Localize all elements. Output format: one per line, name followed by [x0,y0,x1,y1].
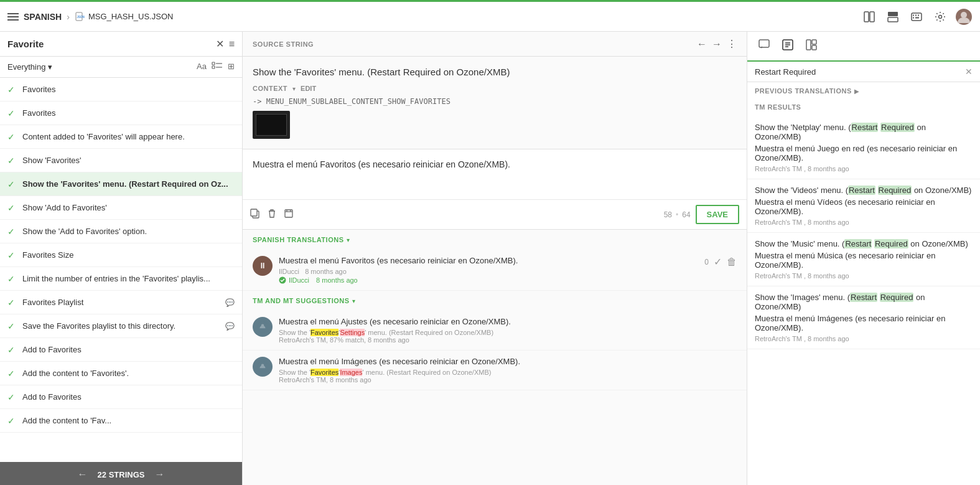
accept-translation-icon[interactable]: ✓ [714,256,722,268]
svg-rect-5 [888,17,898,22]
tm-entry-1: Muestra el menú Ajustes (es necesario re… [243,311,747,351]
tm-results-header: TM RESULTS [747,100,980,116]
list-item[interactable]: ✓ Save the Favorites playlist to this di… [0,314,242,338]
case-sensitive-icon[interactable]: Aa [197,62,207,72]
tm-result-item[interactable]: Show the 'Videos' menu. (Restart Require… [747,179,980,233]
tm-result-item[interactable]: Show the 'Music' menu. (Restart Required… [747,233,980,286]
svg-rect-29 [759,40,769,47]
right-panel-tabs [747,32,980,62]
prev-source-icon[interactable]: ← [697,39,707,50]
breadcrumb-arrow: › [67,12,70,22]
middle-scroll-area: Muestra el menú Favoritos (es necesario … [243,149,747,485]
context-label: CONTEXT [253,85,287,92]
spanish-translations-header[interactable]: SPANISH TRANSLATIONS ▾ [243,230,747,250]
check-icon: ✓ [7,85,17,95]
context-toggle-arrow[interactable]: ▾ [292,85,296,92]
svg-rect-17 [212,62,215,65]
tm-result-item[interactable]: Show the 'Images' menu. (Restart Require… [747,286,980,349]
list-item[interactable]: ✓ Limit the number of entries in the 'Fa… [0,267,242,291]
svg-rect-35 [812,40,816,44]
list-item[interactable]: ✓ Favorites Size [0,243,242,267]
list-item[interactable]: ✓ Favorites [0,78,242,101]
comment-icon: 💬 [225,298,235,307]
keyboard-icon[interactable] [908,8,925,26]
delete-translation-icon[interactable]: 🗑 [727,257,737,268]
search-dropdown[interactable]: Everything ▾ [7,62,52,72]
tm-result-item[interactable]: Show the 'Netplay' menu. (Restart Requir… [747,116,980,179]
tm-result-source-text: Show the 'Netplay' menu. (Restart Requir… [755,123,973,141]
svg-rect-22 [251,209,257,216]
close-panel-icon[interactable]: ✕ [216,38,224,50]
right-scroll-area: PREVIOUS TRANSLATIONS ▶ TM RESULTS Show … [747,82,980,485]
svg-point-14 [939,15,942,18]
tm-result-meta: RetroArch's TM , 8 months ago [755,219,973,226]
tm-meta-2: RetroArch's TM, 8 months ago [279,376,737,384]
list-item[interactable]: ✓ Add the content to 'Fav... [0,409,242,433]
translation-actions: 58 • 64 SAVE [243,199,747,229]
vote-count: 0 [704,258,709,266]
context-value: -> MENU_ENUM_SUBLABEL_CONTENT_SHOW_FAVOR… [253,97,737,106]
tab-history[interactable] [800,32,823,62]
layout2-icon[interactable] [884,8,902,26]
user-avatar[interactable] [955,8,973,26]
list-item[interactable]: ✓ Favorites Playlist 💬 [0,291,242,314]
menu-icon[interactable] [7,13,19,21]
tm-result-target-text: Muestra el menú Imágenes (es necesario r… [755,314,973,332]
list-item[interactable]: ✓ Add to Favorites [0,338,242,362]
project-title: SPANISH [24,12,62,22]
layout1-icon[interactable] [861,8,878,26]
list-item[interactable]: ✓ Show 'Add to Favorites' [0,196,242,220]
entry-user: IlDucci [279,268,299,275]
tm-suggestions-header[interactable]: TM AND MT SUGGESTIONS ▾ [243,291,747,311]
list-item[interactable]: ✓ Add the content to 'Favorites'. [0,362,242,385]
filter-icon[interactable]: ≡ [229,39,235,50]
tm-entry-2: Muestra el menú Imágenes (es necesario r… [243,351,747,390]
list-item[interactable]: ✓ Add to Favorites [0,385,242,409]
screenshot-inner [256,114,287,136]
strings-footer: ← 22 STRINGS → [0,462,242,485]
list-item[interactable]: ✓ Show the 'Add to Favorites' option. [0,220,242,243]
tab-comments[interactable] [752,32,776,62]
tm-result-meta: RetroArch's TM , 8 months ago [755,272,973,280]
check-icon: ✓ [7,298,17,308]
concordance-search-input[interactable] [755,67,961,77]
list-item[interactable]: ✓ Content added to 'Favorites' will appe… [0,125,242,149]
tab-search[interactable] [776,32,800,62]
svg-point-26 [261,324,264,327]
edit-button[interactable]: EDIT [301,85,316,92]
tm-avatar-1 [253,317,273,337]
list-item[interactable]: ✓ Show 'Favorites' [0,149,242,172]
history-icon[interactable] [284,209,294,221]
copy-source-icon[interactable] [250,209,260,221]
check-icon: ✓ [7,416,17,426]
svg-rect-3 [870,12,874,22]
more-options-icon[interactable]: ⋮ [727,38,737,50]
string-text: Favorites Playlist [22,298,220,307]
save-button[interactable]: SAVE [696,205,739,224]
string-text: Show 'Add to Favorites' [22,203,235,212]
prev-string-button[interactable]: ← [78,469,88,480]
svg-rect-4 [888,12,898,16]
list-item[interactable]: ✓ Favorites [0,101,242,125]
tm-result-meta: RetroArch's TM , 8 months ago [755,165,973,172]
list-item-active[interactable]: ✓ Show the 'Favorites' menu. (Restart Re… [0,172,242,196]
check-icon: ✓ [7,132,17,142]
next-string-button[interactable]: → [154,469,164,480]
panel-title: Favorite [7,39,211,49]
entry-meta: IlDucci 8 months ago [279,268,698,275]
translation-text[interactable]: Muestra el menú Favoritos (es necesario … [243,149,747,199]
clear-search-icon[interactable]: ✕ [965,67,973,77]
file-name: MSG_HASH_US.JSON [88,12,174,21]
expand-icon[interactable]: ⊞ [228,62,235,72]
next-source-icon[interactable]: → [712,39,722,50]
entry-content: Muestra el menú Favoritos (es necesario … [279,256,698,284]
spanish-translations-label: SPANISH TRANSLATIONS [253,236,344,243]
prev-translations-header[interactable]: PREVIOUS TRANSLATIONS ▶ [747,82,980,100]
delete-icon[interactable] [268,209,276,221]
count-icon[interactable] [212,62,223,72]
check-icon: ✓ [7,369,17,379]
settings-icon[interactable] [931,8,949,26]
screenshot-thumbnail[interactable] [253,111,290,139]
char-current: 58 [664,210,672,219]
comment-icon: 💬 [225,322,235,331]
